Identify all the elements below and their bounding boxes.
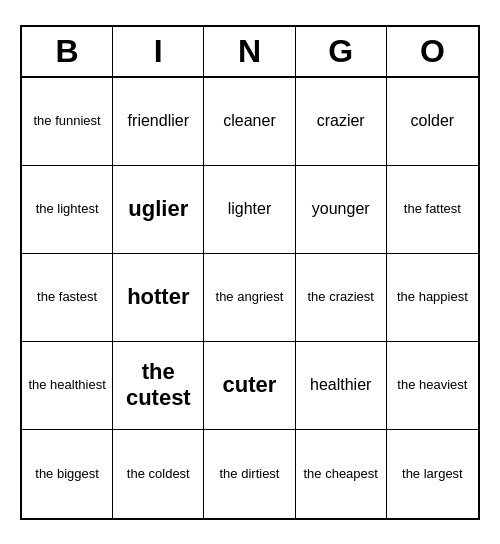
cell-label: the coldest: [127, 466, 190, 482]
header-letter: G: [296, 27, 387, 76]
header-letter: O: [387, 27, 478, 76]
cell-label: the lightest: [36, 201, 99, 217]
header-letter: N: [204, 27, 295, 76]
cell-label: cuter: [223, 372, 277, 398]
bingo-cell: the cheapest: [296, 430, 387, 518]
cell-label: friendlier: [128, 111, 189, 130]
cell-label: healthier: [310, 375, 371, 394]
cell-label: the dirtiest: [220, 466, 280, 482]
cell-label: the cutest: [117, 359, 199, 412]
cell-label: the largest: [402, 466, 463, 482]
cell-label: colder: [411, 111, 455, 130]
bingo-cell: healthier: [296, 342, 387, 430]
bingo-cell: younger: [296, 166, 387, 254]
bingo-cell: the cutest: [113, 342, 204, 430]
cell-label: the funniest: [33, 113, 100, 129]
bingo-cell: the heaviest: [387, 342, 478, 430]
bingo-cell: the largest: [387, 430, 478, 518]
cell-label: cleaner: [223, 111, 275, 130]
bingo-cell: the funniest: [22, 78, 113, 166]
bingo-cell: lighter: [204, 166, 295, 254]
bingo-cell: uglier: [113, 166, 204, 254]
bingo-cell: the coldest: [113, 430, 204, 518]
cell-label: the angriest: [216, 289, 284, 305]
bingo-cell: the angriest: [204, 254, 295, 342]
bingo-cell: the healthiest: [22, 342, 113, 430]
cell-label: the fattest: [404, 201, 461, 217]
cell-label: the healthiest: [28, 377, 105, 393]
bingo-header: BINGO: [22, 27, 478, 78]
bingo-grid: the funniestfriendliercleanercraziercold…: [22, 78, 478, 518]
cell-label: uglier: [128, 196, 188, 222]
bingo-cell: hotter: [113, 254, 204, 342]
cell-label: the cheapest: [303, 466, 377, 482]
cell-label: lighter: [228, 199, 272, 218]
bingo-cell: the fastest: [22, 254, 113, 342]
cell-label: the craziest: [307, 289, 373, 305]
bingo-cell: cuter: [204, 342, 295, 430]
bingo-cell: colder: [387, 78, 478, 166]
bingo-cell: cleaner: [204, 78, 295, 166]
header-letter: B: [22, 27, 113, 76]
cell-label: crazier: [317, 111, 365, 130]
cell-label: the biggest: [35, 466, 99, 482]
bingo-card: BINGO the funniestfriendliercleanercrazi…: [20, 25, 480, 520]
bingo-cell: friendlier: [113, 78, 204, 166]
cell-label: the happiest: [397, 289, 468, 305]
bingo-cell: the craziest: [296, 254, 387, 342]
cell-label: hotter: [127, 284, 189, 310]
header-letter: I: [113, 27, 204, 76]
bingo-cell: the lightest: [22, 166, 113, 254]
bingo-cell: crazier: [296, 78, 387, 166]
cell-label: the fastest: [37, 289, 97, 305]
bingo-cell: the biggest: [22, 430, 113, 518]
bingo-cell: the fattest: [387, 166, 478, 254]
bingo-cell: the dirtiest: [204, 430, 295, 518]
bingo-cell: the happiest: [387, 254, 478, 342]
cell-label: the heaviest: [397, 377, 467, 393]
cell-label: younger: [312, 199, 370, 218]
